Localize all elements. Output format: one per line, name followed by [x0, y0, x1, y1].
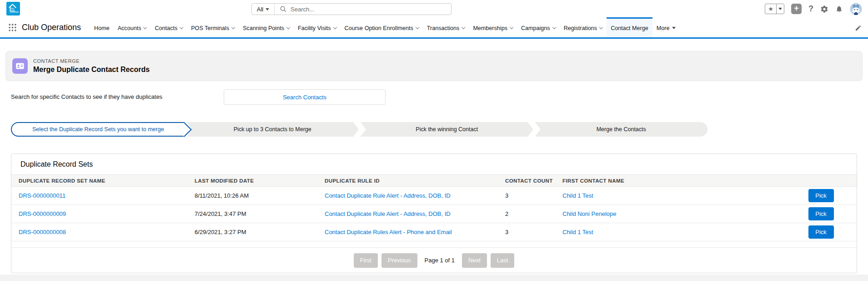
nav-tab-accounts[interactable]: Accounts — [114, 17, 151, 37]
table-row: DRS-0000000011 8/11/2021, 10:26 AM Conta… — [11, 187, 857, 205]
wizard-step-label: Select the Duplicate Record Sets you wan… — [32, 126, 164, 133]
wizard-step-select-record-sets[interactable]: Select the Duplicate Record Sets you wan… — [11, 122, 185, 137]
nav-tab-label: Registrations — [564, 25, 597, 31]
nav-tab-contacts[interactable]: Contacts — [151, 17, 187, 37]
wizard-step-merge-contacts[interactable]: Merge the Contacts — [535, 122, 708, 137]
chevron-down-icon — [333, 26, 336, 29]
chevron-down-icon — [180, 26, 183, 29]
last-modified-date: 7/24/2021, 3:47 PM — [195, 210, 325, 217]
contact-count: 3 — [505, 229, 562, 235]
pick-button[interactable]: Pick — [808, 207, 834, 220]
pagination-bar: First Previous Page 1 of 1 Next Last — [11, 248, 857, 273]
first-contact-link[interactable]: Child 1 Test — [562, 229, 593, 235]
caret-down-icon — [672, 27, 676, 29]
merge-wizard-path: Select the Duplicate Record Sets you wan… — [11, 122, 707, 137]
favorites-dropdown-icon[interactable] — [777, 4, 784, 14]
object-eyebrow: CONTACT MERGE — [33, 58, 150, 64]
chevron-down-icon — [552, 26, 556, 29]
help-icon[interactable]: ? — [808, 4, 813, 14]
nav-tab-campaigns[interactable]: Campaigns — [517, 17, 560, 37]
nav-tab-label: Course Option Enrollments — [345, 25, 413, 31]
nav-tab-home[interactable]: Home — [90, 17, 114, 37]
duplicate-rule-link[interactable]: Contact Duplicate Rules Alert - Phone an… — [325, 229, 452, 235]
record-set-link[interactable]: DRS-0000000011 — [19, 192, 65, 199]
nav-tab-label: Accounts — [118, 25, 141, 31]
notifications-bell-icon[interactable] — [835, 5, 843, 13]
nav-tab-label: More — [657, 25, 670, 31]
pick-button[interactable]: Pick — [808, 189, 834, 202]
chevron-down-icon — [415, 26, 419, 29]
wizard-step-label: Pick the winning Contact — [416, 126, 478, 133]
search-contacts-button[interactable]: Search Contacts — [224, 89, 386, 105]
nav-tab-registrations[interactable]: Registrations — [560, 17, 607, 37]
search-scope-dropdown[interactable]: All — [252, 4, 275, 15]
nav-tab-more[interactable]: More — [652, 17, 680, 37]
wizard-step-pick-contacts[interactable]: Pick up to 3 Contacts to Merge — [186, 122, 359, 137]
edit-navigation-pencil-icon[interactable] — [855, 25, 862, 31]
house-logo-icon: My ClubHub — [6, 2, 20, 15]
search-contacts-description: Search for specific Contacts to see if t… — [11, 93, 162, 100]
chevron-down-icon — [510, 26, 513, 29]
record-set-link[interactable]: DRS-0000000009 — [19, 210, 66, 217]
contact-search-section: Search for specific Contacts to see if t… — [5, 89, 863, 105]
page-content: CONTACT MERGE Merge Duplicate Contact Re… — [0, 51, 868, 273]
chevron-down-icon — [143, 26, 147, 29]
table-row: DRS-0000000009 7/24/2021, 3:47 PM Contac… — [11, 205, 857, 223]
svg-text:My: My — [11, 7, 15, 10]
user-avatar[interactable] — [850, 3, 862, 15]
setup-gear-icon[interactable] — [820, 5, 828, 13]
chevron-down-icon — [462, 26, 465, 29]
last-page-button[interactable]: Last — [491, 253, 515, 268]
nav-tab-memberships[interactable]: Memberships — [469, 17, 517, 37]
nav-tab-label: Campaigns — [521, 25, 550, 31]
chevron-down-icon — [599, 26, 603, 29]
chevron-down-icon — [266, 8, 269, 10]
nav-tab-transactions[interactable]: Transactions — [423, 17, 469, 37]
nav-tab-label: Contact Merge — [611, 25, 648, 31]
global-header: My ClubHub All ★ + ? — [0, 0, 868, 17]
chevron-down-icon — [778, 8, 782, 10]
first-contact-link[interactable]: Child Noni Penelope — [562, 210, 617, 217]
nav-tab-facility-visits[interactable]: Facility Visits — [294, 17, 341, 37]
contact-count: 3 — [505, 192, 562, 199]
nav-tab-label: POS Terminals — [191, 25, 229, 31]
table-row: DRS-0000000008 6/29/2021, 3:27 PM Contac… — [11, 223, 857, 241]
duplicate-rule-link[interactable]: Contact Duplicate Rule Alert - Address, … — [325, 210, 451, 217]
first-page-button[interactable]: First — [354, 253, 378, 268]
page-bottom-strip — [0, 275, 868, 281]
search-input[interactable] — [286, 6, 451, 13]
table-header-row: DUPLICATE RECORD SET NAME LAST MODIFIED … — [11, 174, 857, 187]
nav-tab-label: Facility Visits — [298, 25, 331, 31]
nav-tab-contact-merge[interactable]: Contact Merge — [607, 17, 652, 37]
global-actions-icon[interactable]: + — [791, 4, 802, 14]
previous-page-button[interactable]: Previous — [381, 253, 417, 268]
next-page-button[interactable]: Next — [462, 253, 487, 268]
chevron-down-icon — [231, 26, 235, 29]
favorites-control: ★ — [765, 4, 784, 14]
last-modified-date: 8/11/2021, 10:26 AM — [195, 192, 325, 199]
table-empty-row — [11, 241, 857, 248]
nav-tab-scanning-points[interactable]: Scanning Points — [239, 17, 294, 37]
nav-tab-course-option-enrollments[interactable]: Course Option Enrollments — [341, 17, 423, 37]
pick-button[interactable]: Pick — [808, 225, 834, 239]
nav-tab-pos-terminals[interactable]: POS Terminals — [187, 17, 239, 37]
last-modified-date: 6/29/2021, 3:27 PM — [195, 229, 325, 235]
nav-tab-label: Transactions — [427, 25, 460, 31]
app-launcher-icon[interactable] — [8, 23, 17, 32]
page-header-text: CONTACT MERGE Merge Duplicate Contact Re… — [33, 58, 150, 74]
wizard-step-label: Pick up to 3 Contacts to Merge — [234, 126, 311, 133]
page-indicator: Page 1 of 1 — [425, 257, 455, 264]
record-set-link[interactable]: DRS-0000000008 — [19, 229, 66, 235]
global-search: All — [251, 3, 452, 15]
search-scope-label: All — [257, 6, 263, 13]
duplicate-rule-link[interactable]: Contact Duplicate Rule Alert - Address, … — [325, 192, 451, 199]
svg-text:ClubHub: ClubHub — [10, 10, 19, 13]
contact-count: 2 — [505, 210, 562, 217]
column-header-last-modified: LAST MODIFIED DATE — [195, 178, 325, 184]
contact-merge-icon — [12, 58, 28, 74]
favorite-star-icon[interactable]: ★ — [765, 4, 777, 14]
wizard-step-pick-winning-contact[interactable]: Pick the winning Contact — [361, 122, 533, 137]
column-header-duplicate-rule: DUPLICATE RULE ID — [325, 178, 505, 184]
column-header-name: DUPLICATE RECORD SET NAME — [19, 178, 195, 184]
first-contact-link[interactable]: Child 1 Test — [562, 192, 593, 199]
